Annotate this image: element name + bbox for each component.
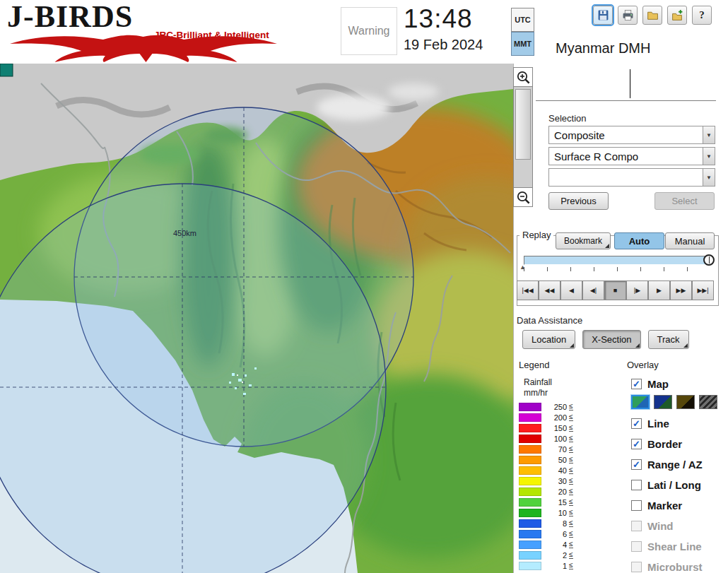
overlay-label: Wind [647, 520, 674, 532]
timeline-thumb[interactable] [703, 254, 715, 266]
corner-fold-icon [570, 343, 574, 348]
step-back-button[interactable]: ◀| [582, 280, 604, 300]
legend-value: 150 [543, 424, 567, 432]
product-type-dropdown[interactable]: Surface R Compo ▼ [548, 147, 715, 165]
overlay-title: Overlay [627, 360, 659, 370]
checkbox[interactable] [631, 562, 642, 572]
legend-level-row: 50≤ [519, 454, 573, 465]
play-reverse-button[interactable]: ◀ [560, 280, 582, 300]
help-button[interactable]: ? [692, 6, 712, 25]
stop-button[interactable]: ■ [604, 280, 626, 300]
warning-indicator[interactable]: Warning [341, 7, 397, 55]
track-button[interactable]: Track [648, 330, 689, 349]
save-icon [597, 9, 609, 21]
mmt-button[interactable]: MMT [511, 32, 534, 56]
legend-le-symbol: ≤ [569, 403, 573, 410]
legend-le-symbol: ≤ [569, 519, 573, 527]
auto-button[interactable]: Auto [614, 232, 664, 249]
checkbox[interactable] [631, 500, 642, 511]
jump-end-button[interactable]: ▶▶| [692, 280, 714, 300]
zoom-out-button[interactable] [513, 187, 533, 207]
timezone-toggle: UTC MMT [511, 8, 534, 56]
map-style-swatch[interactable] [631, 395, 650, 409]
chevron-down-icon[interactable]: ▼ [703, 148, 715, 165]
legend-value: 250 [543, 403, 567, 411]
zoom-controls [513, 67, 533, 207]
checkbox[interactable]: ✓ [631, 418, 642, 429]
fast-rewind-button[interactable]: ◀◀ [539, 280, 560, 300]
legend-level-row: 2≤ [519, 550, 573, 560]
legend-value: 1 [543, 562, 567, 570]
checkbox[interactable]: ✓ [631, 379, 642, 389]
legend-color-bar [519, 530, 541, 538]
product-category-dropdown[interactable]: Composite ▼ [548, 126, 715, 144]
step-forward-button[interactable]: |▶ [626, 280, 648, 300]
legend-le-symbol: ≤ [569, 530, 573, 538]
bookmark-button[interactable]: Bookmark [556, 232, 611, 249]
data-assistance-label: Data Assistance [517, 315, 582, 326]
product-option-dropdown[interactable]: ▼ [548, 168, 715, 187]
legend-le-symbol: ≤ [569, 540, 573, 548]
legend-color-bar [519, 435, 541, 443]
legend-level-row: 70≤ [519, 444, 573, 454]
overlay-list: ✓Map✓Line✓Border✓Range / AZLati / LongMa… [631, 376, 728, 573]
utc-button[interactable]: UTC [511, 8, 534, 32]
button-label: X-Section [592, 334, 631, 345]
zoom-in-button[interactable] [513, 67, 533, 87]
overlay-row: ✓Map [631, 376, 728, 391]
manual-button[interactable]: Manual [665, 232, 715, 249]
warning-label: Warning [348, 25, 390, 37]
overlay-label: Range / AZ [647, 459, 703, 471]
map-style-swatch[interactable] [699, 395, 717, 409]
jump-start-button[interactable]: |◀◀ [517, 280, 539, 300]
checkbox[interactable] [631, 521, 642, 531]
legend-color-bar [519, 562, 541, 570]
legend-level-row: 250≤ [519, 401, 573, 412]
save-button[interactable] [593, 6, 613, 25]
legend-color-bar [519, 403, 541, 411]
chevron-down-icon[interactable]: ▼ [703, 126, 715, 143]
overlay-row: Marker [631, 497, 728, 513]
legend-title: Legend [519, 360, 549, 370]
checkbox[interactable] [631, 541, 642, 552]
overlay-label: Map [647, 378, 669, 390]
legend-level-row: 30≤ [519, 475, 573, 486]
map-style-swatch[interactable] [676, 395, 695, 409]
legend-color-bar [519, 477, 541, 485]
map-viewport[interactable]: 450km [0, 64, 513, 573]
replay-label: Replay [519, 230, 553, 240]
map-style-swatch[interactable] [654, 395, 672, 409]
range-ring-label: 450km [173, 229, 196, 237]
checkbox[interactable]: ✓ [631, 459, 642, 470]
legend-quantity: Rainfall [524, 377, 552, 387]
replay-timeline-slider[interactable] [524, 256, 710, 265]
previous-button[interactable]: Previous [548, 192, 609, 210]
button-label: Location [532, 334, 566, 345]
overlay-row: ✓Range / AZ [631, 456, 728, 472]
fast-forward-button[interactable]: ▶▶ [670, 280, 692, 300]
overlay-label: Microburst [647, 561, 703, 573]
command-input[interactable] [536, 66, 716, 101]
legend-level-row: 40≤ [519, 465, 573, 475]
zoom-slider[interactable] [513, 87, 533, 187]
corner-fold-icon [605, 244, 609, 248]
export-button[interactable] [667, 6, 687, 25]
play-button[interactable]: ▶ [648, 280, 670, 300]
overlay-label: Marker [647, 500, 682, 512]
chevron-down-icon[interactable]: ▼ [703, 169, 715, 186]
checkbox[interactable] [631, 480, 642, 490]
app-logo: J-BIRDS JRC-Brilliant & Intelligent Rada… [7, 1, 304, 62]
legend-color-bar [519, 456, 541, 464]
playback-controls: |◀◀◀◀◀◀|■|▶▶▶▶▶▶| [517, 280, 714, 300]
folder-icon [647, 9, 659, 21]
open-folder-button[interactable] [642, 6, 662, 25]
legend-color-bar [519, 498, 541, 507]
legend-value: 20 [543, 488, 567, 496]
location-button[interactable]: Location [522, 330, 575, 349]
bookmark-label: Bookmark [564, 236, 602, 246]
zoom-slider-thumb[interactable] [515, 89, 531, 160]
checkbox[interactable]: ✓ [631, 439, 642, 449]
x-section-button[interactable]: X-Section [582, 330, 640, 349]
select-button[interactable]: Select [654, 192, 715, 210]
print-button[interactable] [618, 6, 638, 25]
